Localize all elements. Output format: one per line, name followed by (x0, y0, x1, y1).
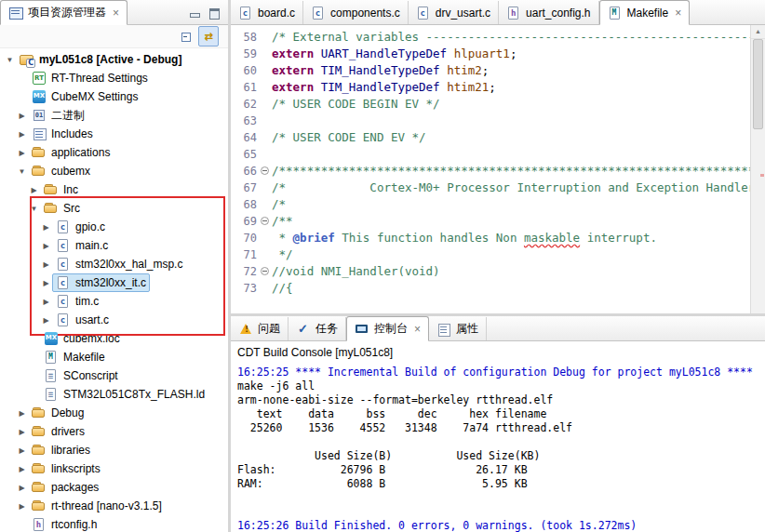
scroll-up-icon[interactable]: ▲ (751, 25, 765, 39)
tree-item-applications[interactable]: ▶applications (0, 143, 228, 162)
tree-item-includes[interactable]: ▶Includes (0, 125, 228, 143)
tree-item-linkscripts[interactable]: ▶linkscripts (0, 459, 228, 478)
expander-closed-icon[interactable]: ▶ (28, 186, 40, 194)
expander-closed-icon[interactable]: ▶ (16, 130, 28, 139)
editor-tab-uart-config-h[interactable]: uart_config.h (499, 1, 598, 24)
code-line[interactable]: 58/* External variables ----------------… (231, 29, 750, 46)
tree-item-rtconfig-h[interactable]: rtconfig.h (0, 515, 228, 532)
tree-item-rt-thread-settings[interactable]: RT-Thread Settings (0, 69, 228, 87)
console-output[interactable]: 16:25:25 **** Incremental Build of confi… (237, 366, 765, 532)
fold-gutter (259, 280, 272, 297)
scrollbar-thumb[interactable] (753, 39, 763, 129)
close-icon[interactable]: × (675, 7, 681, 19)
minimize-icon[interactable] (189, 7, 201, 19)
editor-tab-makefile[interactable]: Makefile× (599, 0, 691, 25)
expander-closed-icon[interactable]: ▶ (40, 298, 52, 306)
doc-icon (44, 368, 59, 383)
tree-item-debug[interactable]: ▶Debug (0, 404, 228, 422)
code-line[interactable]: 64/* USER CODE END EV */ (231, 129, 750, 146)
code-line[interactable]: 63 (231, 113, 750, 129)
tree-item-usart-c[interactable]: ▶usart.c (0, 311, 228, 329)
close-icon[interactable]: × (113, 7, 119, 19)
tree-item-tim-c[interactable]: ▶tim.c (0, 292, 228, 311)
tree-item-sconscript[interactable]: SConscript (0, 366, 228, 385)
tree-item-project-root[interactable]: ▼myL051c8 [Active - Debug] (0, 50, 228, 69)
code-line[interactable]: 71 */ (231, 246, 750, 263)
code-editor[interactable]: 58/* External variables ----------------… (231, 25, 750, 313)
code-line[interactable]: 72//void NMI_Handler(void) (231, 263, 750, 280)
tree-item-packages[interactable]: ▶packages (0, 478, 228, 497)
link-with-editor-icon[interactable] (198, 26, 219, 47)
tree-item-drivers[interactable]: ▶drivers (0, 422, 228, 441)
expander-closed-icon[interactable]: ▶ (16, 409, 28, 418)
view-tab-tasks[interactable]: 任务 (289, 317, 346, 340)
tree-item-binaries[interactable]: ▶二进制 (0, 106, 228, 125)
code-line[interactable]: 68/* (231, 196, 750, 213)
expander-closed-icon[interactable]: ▶ (40, 279, 52, 287)
fold-marker-icon[interactable] (259, 163, 272, 180)
editor-tab-board-c[interactable]: board.c (231, 1, 303, 24)
expander-open-icon[interactable]: ▼ (4, 56, 16, 64)
expander-closed-icon[interactable]: ▶ (16, 428, 28, 436)
tree-item-cubemx-settings[interactable]: CubeMX Settings (0, 87, 228, 106)
code-line[interactable]: 59extern UART_HandleTypeDef hlpuart1; (231, 46, 750, 62)
maximize-icon[interactable] (208, 7, 221, 19)
console-line: text data bss dec hex filename (237, 407, 765, 421)
code-line[interactable]: 73//{ (231, 280, 750, 297)
tree-item-cubemx[interactable]: ▼cubemx (0, 162, 228, 180)
tree-item-makefile[interactable]: Makefile (0, 348, 228, 366)
tab-project-explorer[interactable]: 项目资源管理器 × (0, 0, 128, 25)
close-icon[interactable]: × (414, 324, 421, 335)
tree-item-cubemx-ioc[interactable]: cubemx.ioc (0, 329, 228, 348)
line-number: 60 (231, 62, 259, 79)
fold-marker-icon[interactable] (259, 213, 272, 230)
expander-closed-icon[interactable]: ▶ (40, 316, 52, 325)
fold-gutter (259, 196, 272, 213)
view-tab-label: 任务 (315, 321, 338, 337)
editor-tab-components-c[interactable]: components.c (303, 1, 409, 24)
expander-closed-icon[interactable]: ▶ (40, 260, 52, 269)
expander-closed-icon[interactable]: ▶ (40, 223, 52, 232)
editor-scrollbar[interactable]: ▲ (750, 25, 765, 313)
expander-closed-icon[interactable]: ▶ (16, 446, 28, 455)
tree-item-libraries[interactable]: ▶libraries (0, 441, 228, 459)
expander-closed-icon[interactable]: ▶ (16, 112, 28, 120)
tree-item-label: CubeMX Settings (51, 90, 138, 103)
view-tab-problems[interactable]: 问题 (231, 317, 289, 340)
tree-item-gpio-c[interactable]: ▶gpio.c (0, 218, 228, 236)
expander-closed-icon[interactable]: ▶ (40, 242, 52, 250)
expander-closed-icon[interactable]: ▶ (16, 502, 28, 511)
tree-item-stm32l0xx-hal-msp-c[interactable]: ▶stm32l0xx_hal_msp.c (0, 255, 228, 273)
tree-item-main-c[interactable]: ▶main.c (0, 236, 228, 255)
expander-open-icon[interactable]: ▼ (28, 205, 40, 213)
fold-marker-icon[interactable] (259, 263, 272, 280)
code-line[interactable]: 66/*************************************… (231, 163, 750, 180)
expander-open-icon[interactable]: ▼ (16, 167, 28, 176)
editor-tab-drv-usart-c[interactable]: drv_usart.c (409, 1, 499, 24)
tree-item-src[interactable]: ▼Src (0, 199, 228, 218)
code-line[interactable]: 70 * @brief This function handles Non ma… (231, 230, 750, 246)
hfile-icon (506, 6, 521, 20)
code-line[interactable]: 67/* Cortex-M0+ Processor Interruption a… (231, 180, 750, 196)
tree-item-label: packages (51, 481, 99, 494)
editor-tab-label: board.c (258, 7, 295, 20)
code-line[interactable]: 69/** (231, 213, 750, 230)
view-tab-properties[interactable]: 属性 (429, 317, 487, 340)
tree-item-flash-ld[interactable]: STM32L051C8Tx_FLASH.ld (0, 385, 228, 404)
tree-item-stm32l0xx-it-c[interactable]: ▶stm32l0xx_it.c (0, 273, 228, 292)
line-number: 72 (231, 263, 259, 280)
code-line[interactable]: 60extern TIM_HandleTypeDef htim2; (231, 62, 750, 79)
spelling-marker[interactable] (760, 174, 764, 177)
tree-item-label-area: cubemx.ioc (40, 329, 124, 348)
view-tab-console[interactable]: 控制台× (346, 316, 429, 341)
collapse-all-icon[interactable] (179, 29, 194, 44)
tree-item-rt-thread[interactable]: ▶rt-thread [nano-v3.1.5] (0, 497, 228, 515)
expander-closed-icon[interactable]: ▶ (16, 149, 28, 157)
expander-closed-icon[interactable]: ▶ (16, 484, 28, 492)
expander-closed-icon[interactable]: ▶ (16, 465, 28, 473)
code-line[interactable]: 65 (231, 146, 750, 163)
code-line[interactable]: 61extern TIM_HandleTypeDef htim21; (231, 79, 750, 96)
code-line[interactable]: 62/* USER CODE BEGIN EV */ (231, 96, 750, 113)
tree-item-inc[interactable]: ▶Inc (0, 180, 228, 199)
tree-item-label-area: rt-thread [nano-v3.1.5] (28, 497, 166, 515)
